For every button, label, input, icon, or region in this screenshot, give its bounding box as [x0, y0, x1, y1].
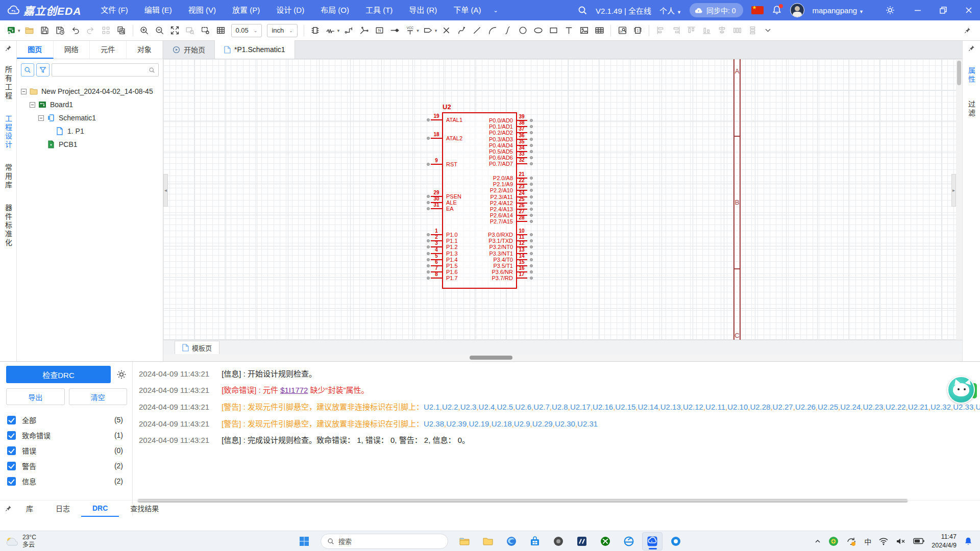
hscroll-thumb[interactable] [470, 356, 512, 360]
right-rail-tab-0[interactable]: 属性 [966, 67, 976, 84]
ime-indicator[interactable]: 中 [864, 536, 871, 546]
place-vcc-icon[interactable]: VCC [403, 23, 417, 38]
align-center-icon[interactable] [715, 23, 729, 38]
menu-item-7[interactable]: 导出 (R) [401, 0, 445, 20]
vscroll-thumb[interactable] [957, 61, 961, 85]
pin-link[interactable]: U2.3 [460, 403, 477, 411]
pin-link[interactable]: U2.6 [515, 403, 531, 411]
pin-link[interactable]: U2.5 [497, 403, 513, 411]
taskbar-app-folder-icon[interactable] [478, 532, 498, 550]
pin-link[interactable]: U2.30 [555, 419, 575, 428]
save-history-icon[interactable] [53, 23, 67, 38]
tree-item-new-project-2024-04-02-14-08-45[interactable]: New Project_2024-04-02_14-08-45 [19, 85, 161, 98]
pin-link[interactable]: U2.19 [469, 419, 489, 428]
pin-link[interactable]: U2.8 [552, 403, 568, 411]
menu-item-8[interactable]: 下单 (A) [445, 0, 489, 20]
panel-tab-1[interactable]: 网络 [54, 41, 90, 59]
tree-item-board1[interactable]: Board1 [19, 98, 161, 111]
checkbox-checked[interactable] [7, 446, 16, 455]
draw-rect-icon[interactable] [546, 23, 560, 38]
pin-link[interactable]: U2.12 [683, 403, 703, 411]
pin-32[interactable]: 32P0.7/AD7 [516, 161, 531, 167]
zoom-out-icon[interactable] [153, 23, 167, 38]
panel-tab-3[interactable]: 对象 [127, 41, 163, 59]
global-search-icon[interactable] [578, 6, 587, 15]
pin-link[interactable]: U2.11 [705, 403, 725, 411]
symbol-wizard-icon[interactable]: 04 [615, 23, 629, 38]
taskbar-app-browser-icon[interactable] [666, 532, 686, 550]
notification-center-bell-icon[interactable] [964, 537, 973, 546]
drc-filter-1[interactable]: 致命错误(1) [7, 428, 123, 443]
place-vcc-icon-caret[interactable]: ▾ [416, 28, 419, 33]
distribute-h-icon[interactable] [730, 23, 744, 38]
pin-link[interactable]: U2.39 [446, 419, 467, 428]
find-similar-icon[interactable] [114, 23, 129, 38]
menu-overflow-chevron-icon[interactable]: ⌄ [489, 0, 502, 20]
rail-tab-0[interactable]: 所有工程 [3, 66, 13, 101]
pin-link[interactable]: U2.28 [750, 403, 770, 411]
taskbar-app-ie-icon[interactable] [619, 532, 639, 550]
pin-link[interactable]: U2.29 [532, 419, 553, 428]
bottom-tab-库[interactable]: 库 [15, 501, 44, 516]
pin-link[interactable]: U2.24 [840, 403, 861, 411]
menu-item-5[interactable]: 布局 (O) [312, 0, 357, 20]
pin-link[interactable]: U2.4 [479, 403, 495, 411]
drc-clear-button[interactable]: 清空 [69, 388, 128, 405]
doc-tab-0[interactable]: 开始页 [163, 40, 215, 59]
tree-item-pcb1[interactable]: PCB1 [19, 138, 161, 151]
right-rail-tab-1[interactable]: 过滤 [966, 101, 976, 118]
no-connect-icon[interactable] [439, 23, 453, 38]
grid-size-select[interactable]: 0.05⌄ [231, 24, 262, 37]
volume-muted-icon[interactable] [896, 537, 906, 545]
align-bottom-icon[interactable] [699, 23, 714, 38]
restore-button[interactable] [939, 6, 947, 14]
checkbox-checked[interactable] [7, 416, 16, 424]
pin-link[interactable]: U2.38 [424, 419, 444, 428]
bottom-tab-DRC[interactable]: DRC [81, 500, 119, 517]
draw-pencil-icon[interactable] [454, 23, 469, 38]
ic-wizard-icon[interactable]: 1 [630, 23, 645, 38]
draw-bezier-icon[interactable] [500, 23, 514, 38]
tree-item-schematic1[interactable]: Schematic1 [19, 111, 161, 124]
tree-collapse-toggle[interactable] [30, 102, 35, 108]
undo-icon[interactable] [68, 23, 83, 38]
pin-link[interactable]: U2.26 [795, 403, 816, 411]
drc-filter-3[interactable]: 警告(2) [7, 458, 123, 473]
chevron-down-icon[interactable] [761, 23, 775, 38]
save-icon[interactable] [38, 23, 52, 38]
tree-item-1-p1[interactable]: 1. P1 [19, 124, 161, 138]
tray-expand-chevron-icon[interactable] [814, 538, 821, 545]
taskbar-app-editor-icon[interactable] [572, 532, 592, 550]
place-port-icon[interactable] [421, 23, 435, 38]
select-area-icon[interactable] [199, 23, 213, 38]
pin-18[interactable]: 18ATAL2 [429, 135, 443, 141]
pin-28[interactable]: 28P2.7/A15 [516, 218, 531, 224]
pin-link[interactable]: U2.14 [638, 403, 658, 411]
pin-link[interactable]: U2.1 [424, 403, 440, 411]
tree-collapse-toggle[interactable] [38, 115, 44, 121]
user-avatar[interactable] [790, 3, 804, 17]
menu-item-6[interactable]: 工具 (T) [357, 0, 401, 20]
zoom-fit-icon[interactable] [168, 23, 182, 38]
component-link[interactable]: $1I1772 [280, 386, 308, 394]
close-button[interactable] [965, 6, 973, 14]
panel-tab-2[interactable]: 元件 [90, 41, 127, 59]
taskbar-app-settings-icon[interactable] [548, 532, 569, 550]
start-button[interactable] [294, 532, 314, 550]
schematic-canvas[interactable]: U2 19ATAL118ATAL29RST29PSEN30ALE31EA1P1.… [163, 59, 962, 340]
grid-settings-icon[interactable] [214, 23, 228, 38]
doc-tab-1[interactable]: *P1.Schematic1 [215, 40, 295, 59]
distribute-v-icon[interactable] [745, 23, 760, 38]
checkbox-checked[interactable] [7, 462, 16, 470]
pin-link[interactable]: U2.18 [492, 419, 512, 428]
draw-circle-icon[interactable] [516, 23, 530, 38]
tree-collapse-toggle[interactable] [21, 89, 27, 94]
align-top-icon[interactable] [684, 23, 698, 38]
place-resistor-icon-caret[interactable]: ▾ [337, 28, 340, 33]
taskbar-app-file-explorer-icon[interactable] [454, 532, 475, 550]
notifications-bell-icon[interactable] [772, 5, 782, 15]
draw-text-icon[interactable] [561, 23, 576, 38]
panel-pin-icon[interactable] [5, 505, 12, 512]
pin-link[interactable]: U2.23 [863, 403, 883, 411]
tree-search-field[interactable] [55, 66, 149, 74]
